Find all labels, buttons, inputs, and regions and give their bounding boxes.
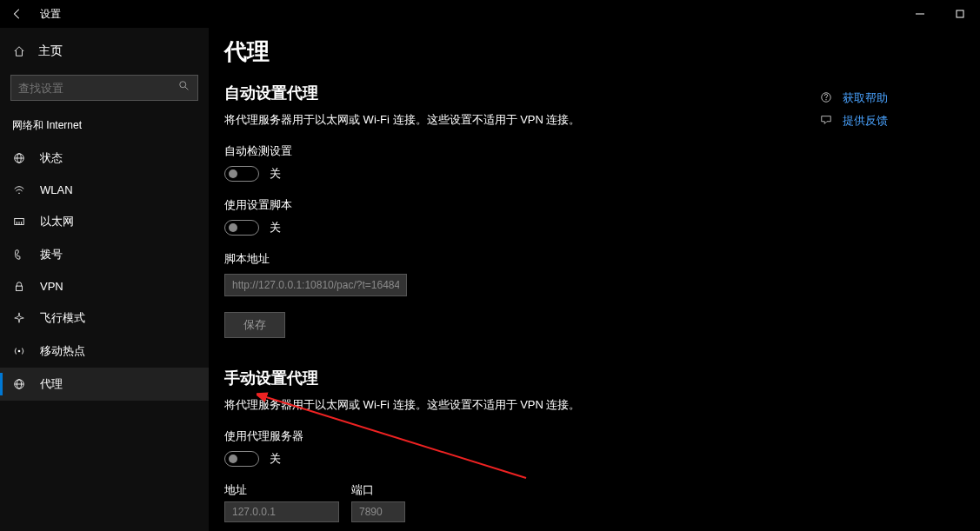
- auto-detect-label: 自动检测设置: [224, 143, 980, 159]
- search-box[interactable]: [10, 75, 198, 101]
- sidebar-item-vpn[interactable]: VPN: [0, 271, 209, 302]
- window-controls: [900, 0, 980, 28]
- feedback-label: 提供反馈: [843, 113, 888, 129]
- svg-point-12: [18, 350, 21, 353]
- search-input[interactable]: [18, 82, 178, 95]
- titlebar-title: 设置: [40, 7, 61, 22]
- wifi-icon: [12, 184, 26, 196]
- vpn-icon: [12, 281, 26, 293]
- sidebar-item-label: 以太网: [40, 214, 74, 229]
- sidebar-item-label: 状态: [40, 150, 63, 166]
- feedback-icon: [820, 114, 834, 129]
- minimize-button[interactable]: [900, 0, 940, 28]
- use-proxy-label: 使用代理服务器: [224, 428, 980, 444]
- svg-rect-1: [957, 10, 963, 17]
- auto-detect-toggle[interactable]: [224, 166, 259, 182]
- dialup-icon: [12, 249, 26, 261]
- page-title: 代理: [224, 37, 980, 67]
- use-script-toggle[interactable]: [224, 220, 259, 236]
- address-input[interactable]: [224, 501, 339, 522]
- sidebar-category-label: 网络和 Internet: [0, 113, 209, 142]
- address-label: 地址: [224, 482, 339, 498]
- use-proxy-toggle[interactable]: [224, 451, 259, 467]
- sidebar-item-ethernet[interactable]: 以太网: [0, 205, 209, 238]
- hotspot-icon: [12, 345, 26, 357]
- sidebar-item-wlan[interactable]: WLAN: [0, 175, 209, 205]
- sidebar-item-airplane[interactable]: 飞行模式: [0, 302, 209, 335]
- svg-point-17: [825, 99, 826, 100]
- sidebar-item-proxy[interactable]: 代理: [0, 368, 209, 401]
- sidebar-item-hotspot[interactable]: 移动热点: [0, 335, 209, 368]
- sidebar-item-label: 移动热点: [40, 343, 85, 359]
- manual-section-title: 手动设置代理: [224, 368, 980, 388]
- proxy-icon: [12, 378, 26, 390]
- home-icon: [12, 45, 26, 57]
- save-button[interactable]: 保存: [224, 312, 285, 338]
- script-address-label: 脚本地址: [224, 251, 980, 267]
- port-input[interactable]: [351, 501, 405, 522]
- svg-line-3: [185, 87, 189, 90]
- sidebar-item-dialup[interactable]: 拨号: [0, 238, 209, 271]
- get-help-label: 获取帮助: [843, 90, 888, 106]
- svg-point-2: [180, 82, 186, 88]
- maximize-button[interactable]: [940, 0, 980, 28]
- search-icon: [178, 80, 190, 96]
- manual-section-desc: 将代理服务器用于以太网或 Wi-Fi 连接。这些设置不适用于 VPN 连接。: [224, 397, 980, 413]
- get-help-link[interactable]: 获取帮助: [820, 90, 959, 106]
- ethernet-icon: [12, 216, 26, 228]
- back-button[interactable]: [0, 0, 35, 28]
- sidebar-item-label: 代理: [40, 376, 63, 392]
- airplane-icon: [12, 312, 26, 324]
- globe-icon: [12, 152, 26, 164]
- sidebar-home[interactable]: 主页: [0, 37, 209, 66]
- titlebar: 设置: [0, 0, 980, 28]
- use-script-label: 使用设置脚本: [224, 197, 980, 213]
- sidebar-item-status[interactable]: 状态: [0, 142, 209, 175]
- sidebar-item-label: 飞行模式: [40, 310, 85, 326]
- help-panel: 获取帮助 提供反馈: [820, 90, 959, 136]
- help-icon: [820, 91, 834, 106]
- sidebar-item-label: 拨号: [40, 247, 63, 262]
- use-proxy-state: 关: [270, 451, 281, 467]
- sidebar-home-label: 主页: [38, 43, 63, 59]
- svg-rect-11: [17, 286, 23, 290]
- sidebar-item-label: VPN: [40, 280, 63, 293]
- sidebar: 主页 网络和 Internet 状态 WLAN 以太网 拨号 VPN: [0, 28, 209, 531]
- use-script-state: 关: [270, 220, 281, 236]
- content: 代理 自动设置代理 将代理服务器用于以太网或 Wi-Fi 连接。这些设置不适用于…: [209, 28, 980, 531]
- script-address-input[interactable]: [224, 274, 407, 296]
- feedback-link[interactable]: 提供反馈: [820, 113, 959, 129]
- port-label: 端口: [351, 482, 405, 498]
- sidebar-item-label: WLAN: [40, 183, 73, 196]
- auto-detect-state: 关: [270, 166, 281, 182]
